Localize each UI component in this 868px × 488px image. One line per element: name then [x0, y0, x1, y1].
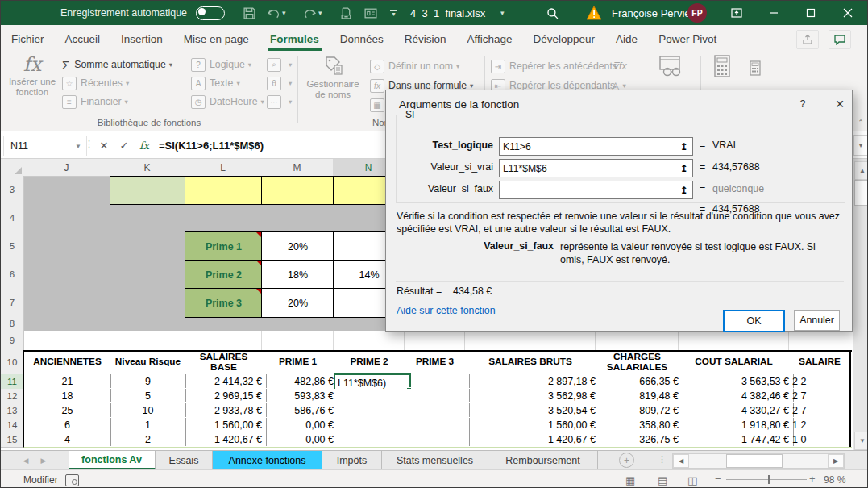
calculate-now-button[interactable] [749, 59, 762, 77]
row-header-10[interactable]: 10 [1, 350, 24, 375]
table-cell[interactable]: 2 2 [789, 374, 853, 388]
table-header-cell[interactable]: ANCIENNETES [24, 352, 111, 372]
table-cell[interactable]: 1 420,67 € [465, 432, 600, 446]
table-cell[interactable]: 1 0 [789, 432, 853, 446]
ok-button[interactable]: OK [723, 310, 785, 332]
qat-customize-button[interactable]: ▾ [390, 1, 397, 25]
table-cell[interactable]: 1 [110, 418, 186, 432]
sheet-tab-stats-mensuelles[interactable]: Stats mensuelles [382, 451, 488, 469]
collapse-dialog-icon[interactable]: ↥ [675, 181, 693, 199]
dialog-close-icon[interactable]: ✕ [831, 95, 849, 113]
help-on-function-link[interactable]: Aide sur cette fonction [397, 305, 496, 316]
prime-rate-m-cell[interactable]: 20% [261, 231, 334, 261]
table-cell[interactable]: 3 563,53 € [679, 374, 794, 388]
table-cell[interactable]: 666,35 € [596, 374, 683, 388]
undo-button[interactable]: ▾ [267, 1, 286, 25]
sheet-nav-left-icon[interactable]: ◀ [17, 451, 35, 469]
name-box-dropdown-icon[interactable]: ▼ [75, 143, 81, 150]
collapse-dialog-icon[interactable]: ↥ [675, 159, 693, 177]
table-cell[interactable]: 1 918,80 € [679, 418, 794, 432]
new-sheet-button[interactable]: + [619, 453, 634, 468]
scroll-left-icon[interactable]: ◀ [673, 454, 689, 468]
collapse-ribbon-icon[interactable]: ⌃ [853, 114, 868, 131]
table-cell[interactable]: 1 560,00 € [465, 418, 600, 432]
table-cell[interactable] [334, 418, 405, 432]
ribbon-tab-développeur[interactable]: Développeur [523, 33, 606, 51]
table-cell[interactable]: 1 747,42 € [679, 432, 794, 446]
cell-yellow-row3-1[interactable] [261, 176, 334, 205]
table-cell[interactable]: 1 420,67 € [185, 432, 267, 446]
autosum-button[interactable]: Σ Somme automatique▾ [62, 56, 172, 73]
prime-rate-m-cell[interactable]: 20% [261, 288, 334, 318]
prime-label-cell[interactable]: Prime 3 [185, 288, 263, 318]
zoom-level[interactable]: 98 % [824, 474, 845, 486]
horizontal-scroll-thumb[interactable] [726, 454, 783, 468]
expand-formula-bar-icon[interactable]: ▾ [853, 135, 868, 156]
table-cell[interactable]: 2 414,32 € [185, 374, 267, 388]
zoom-slider-thumb[interactable] [768, 475, 770, 484]
redo-dropdown-icon[interactable]: ▾ [318, 9, 322, 17]
table-header-cell[interactable]: PRIME 1 [262, 352, 334, 372]
cell-yellow-row3-0[interactable] [185, 176, 263, 205]
cell-K3[interactable] [110, 176, 186, 205]
table-cell[interactable]: 482,86 € [262, 374, 338, 388]
comments-button[interactable] [829, 30, 851, 49]
close-button[interactable] [834, 1, 862, 25]
table-cell[interactable]: 21 [24, 374, 111, 388]
dialog-field-input[interactable]: K11>6 [499, 137, 678, 156]
table-cell[interactable]: 2 897,18 € [465, 374, 600, 388]
insert-function-button[interactable]: fx Insérer une fonction [6, 54, 59, 98]
table-cell[interactable]: 5 [110, 389, 186, 402]
table-cell[interactable] [405, 403, 470, 417]
sheet-tab-fonctions-av[interactable]: fonctions Av [69, 451, 156, 469]
table-cell[interactable]: 1 560,00 € [185, 418, 267, 432]
dialog-field-input[interactable]: L11*$M$6 [499, 159, 678, 177]
column-header-L[interactable]: L [185, 159, 262, 177]
column-header-J[interactable]: J [23, 159, 110, 177]
user-name[interactable]: Françoise Pervier [612, 1, 694, 25]
avatar[interactable]: FP [687, 1, 707, 25]
watch-window-button[interactable] [649, 54, 694, 81]
table-header-cell[interactable]: PRIME 3 [405, 352, 466, 372]
more-functions-button[interactable]: ⋯▾ [267, 93, 292, 111]
ribbon-tab-accueil[interactable]: Accueil [55, 33, 111, 51]
table-cell[interactable] [334, 432, 405, 446]
vertical-scrollbar[interactable]: ▲ ▼ [853, 159, 868, 450]
vertical-scroll-thumb[interactable] [854, 180, 868, 206]
scroll-up-icon[interactable]: ▲ [854, 161, 868, 180]
table-cell[interactable]: 4 330,27 € [679, 403, 794, 417]
table-cell[interactable]: 1 2 [789, 418, 853, 432]
form-view-button[interactable] [363, 1, 378, 25]
ribbon-tab-formules[interactable]: Formules [260, 33, 330, 51]
table-cell[interactable]: 18 [24, 389, 111, 402]
table-cell[interactable]: 819,48 € [596, 389, 683, 402]
ribbon-display-options-icon[interactable] [723, 1, 750, 25]
ribbon-tab-mise-en-page[interactable]: Mise en page [173, 33, 260, 51]
trace-precedents-button[interactable]: ⇥ Repérer les antécédents [491, 57, 617, 75]
table-header-cell[interactable]: Niveau Risque [110, 352, 186, 372]
print-preview-button[interactable] [339, 1, 353, 25]
cancel-button[interactable]: Annuler [794, 310, 840, 331]
row-header-3[interactable]: 3 [1, 176, 24, 204]
table-cell[interactable]: 0,00 € [262, 418, 338, 432]
ribbon-tab-power-pivot[interactable]: Power Pivot [648, 33, 727, 51]
row-header-9[interactable]: 9 [1, 331, 24, 351]
table-cell[interactable]: 25 [24, 403, 111, 417]
sheet-tab-annexe-fonctions[interactable]: Annexe fonctions [213, 451, 322, 469]
table-cell[interactable]: 2 933,78 € [185, 403, 267, 417]
horizontal-scrollbar[interactable]: ◀ ▶ [672, 453, 845, 469]
column-header-K[interactable]: K [110, 159, 185, 177]
normal-view-icon[interactable]: ▦ [625, 474, 635, 486]
row-header-14[interactable]: 14 [1, 418, 24, 433]
row-header-6[interactable]: 6 [1, 260, 24, 289]
dialog-field-input[interactable] [499, 181, 678, 199]
maximize-button[interactable] [797, 1, 824, 25]
insert-function-fx-button[interactable]: fx [135, 136, 154, 155]
table-cell[interactable]: 2 7 [789, 389, 853, 402]
table-cell[interactable]: 2 969,15 € [185, 389, 267, 402]
table-header-cell[interactable]: SALAIRES BRUTS [465, 352, 596, 372]
save-button[interactable] [243, 1, 256, 25]
datetime-functions-button[interactable]: ◷ DateHeure▾ [191, 93, 264, 111]
table-cell[interactable] [405, 432, 470, 446]
redo-button[interactable]: ▾ [303, 1, 322, 25]
